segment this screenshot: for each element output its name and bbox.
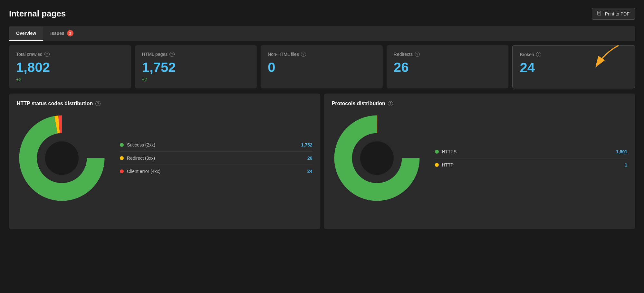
legend-value-redirect: 26: [307, 156, 312, 161]
tab-overview[interactable]: Overview: [9, 27, 43, 41]
stat-card-total-crawled: Total crawled ? 1,802 +2: [9, 45, 131, 88]
legend-label-redirect: Redirect (3xx): [127, 156, 304, 161]
page-title: Internal pages: [9, 9, 66, 19]
http-chart-legend: Success (2xx) 1,752 Redirect (3xx) 26 Cl…: [120, 138, 312, 178]
stat-value-redirects: 26: [394, 61, 502, 74]
chart-title-http-status: HTTP status codes distribution ?: [17, 101, 312, 106]
issues-badge: 2: [67, 30, 73, 36]
stat-value-broken: 24: [520, 61, 628, 75]
help-icon-broken[interactable]: ?: [536, 52, 541, 57]
help-icon-http-chart[interactable]: ?: [95, 101, 101, 106]
help-icon-non-html[interactable]: ?: [301, 52, 306, 57]
legend-item-redirect: Redirect (3xx) 26: [120, 152, 312, 165]
stat-card-redirects: Redirects ? 26: [387, 45, 509, 88]
help-icon-redirects[interactable]: ?: [415, 52, 420, 57]
stat-label-non-html: Non-HTML files ?: [268, 52, 376, 57]
chart-card-protocols: Protocols distribution ? HTTPS: [324, 94, 635, 229]
help-icon-total-crawled[interactable]: ?: [44, 52, 50, 57]
protocols-chart-inner: HTTPS 1,801 HTTP 1: [332, 113, 628, 203]
stat-card-html-pages: HTML pages ? 1,752 +2: [135, 45, 257, 88]
tab-issues[interactable]: Issues 2: [43, 26, 81, 41]
charts-row: HTTP status codes distribution ?: [9, 94, 635, 229]
stat-value-html-pages: 1,752: [142, 61, 250, 74]
stat-label-total-crawled: Total crawled ?: [16, 52, 124, 57]
legend-item-success: Success (2xx) 1,752: [120, 138, 312, 152]
legend-value-https: 1,801: [616, 149, 627, 154]
tabs-bar: Overview Issues 2: [9, 26, 635, 41]
legend-item-error: Client error (4xx) 24: [120, 165, 312, 178]
help-icon-protocols-chart[interactable]: ?: [388, 101, 393, 106]
stat-label-redirects: Redirects ?: [394, 52, 502, 57]
legend-dot-http: [435, 163, 439, 167]
chart-title-protocols: Protocols distribution ?: [332, 101, 628, 106]
stat-label-html-pages: HTML pages ?: [142, 52, 250, 57]
stat-value-non-html: 0: [268, 61, 376, 74]
tab-issues-label: Issues: [50, 31, 64, 36]
legend-item-https: HTTPS 1,801: [435, 145, 628, 158]
stat-value-total-crawled: 1,802: [16, 61, 124, 74]
legend-label-error: Client error (4xx): [127, 169, 304, 174]
legend-item-http: HTTP 1: [435, 158, 628, 171]
tab-overview-label: Overview: [16, 31, 36, 36]
legend-label-https: HTTPS: [442, 149, 613, 154]
stats-row: Total crawled ? 1,802 +2 HTML pages ? 1,…: [9, 45, 635, 88]
legend-dot-error: [120, 169, 124, 173]
chart-card-http-status: HTTP status codes distribution ?: [9, 94, 320, 229]
donut-hole: [45, 141, 79, 175]
print-pdf-button[interactable]: Print to PDF: [592, 8, 635, 20]
help-icon-html-pages[interactable]: ?: [169, 52, 175, 57]
http-donut-chart: [17, 113, 107, 203]
print-btn-label: Print to PDF: [605, 11, 630, 16]
stat-label-broken: Broken ?: [520, 52, 628, 57]
print-icon: [597, 11, 602, 17]
protocols-donut-chart: [332, 113, 422, 203]
legend-value-error: 24: [307, 169, 312, 174]
legend-dot-https: [435, 150, 439, 154]
page-header: Internal pages Print to PDF: [9, 8, 635, 20]
legend-value-success: 1,752: [301, 142, 312, 147]
legend-label-http: HTTP: [442, 162, 622, 167]
legend-dot-redirect: [120, 156, 124, 160]
stat-card-broken: Broken ? 24: [512, 45, 635, 88]
http-chart-inner: Success (2xx) 1,752 Redirect (3xx) 26 Cl…: [17, 113, 312, 203]
protocols-donut-hole: [360, 141, 394, 175]
protocols-chart-legend: HTTPS 1,801 HTTP 1: [435, 145, 628, 171]
stat-card-non-html: Non-HTML files ? 0: [261, 45, 383, 88]
stat-delta-html-pages: +2: [142, 77, 250, 82]
legend-value-http: 1: [625, 162, 627, 167]
legend-label-success: Success (2xx): [127, 142, 298, 147]
stat-delta-total-crawled: +2: [16, 77, 124, 82]
legend-dot-success: [120, 143, 124, 147]
